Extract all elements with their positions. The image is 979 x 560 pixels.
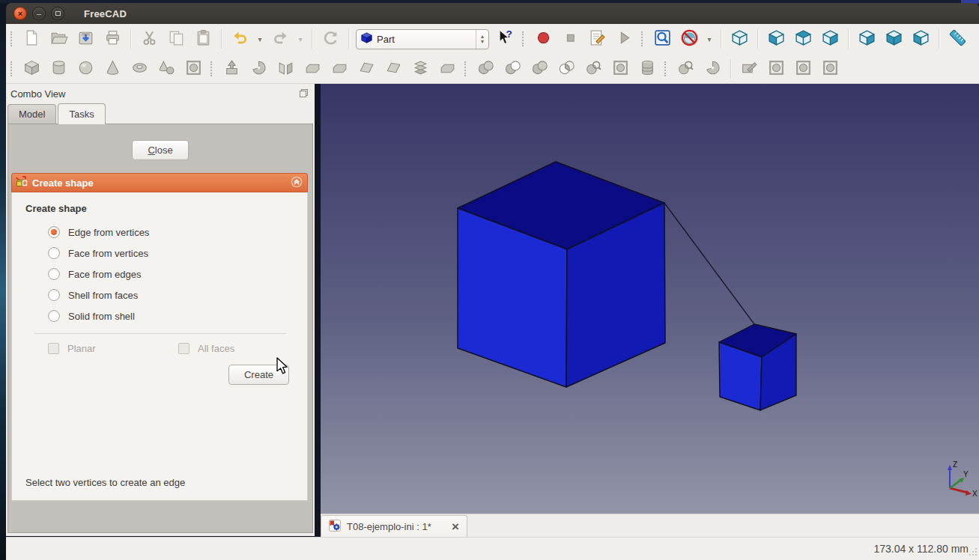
toolbar-separator bbox=[312, 29, 312, 49]
new-document-button[interactable] bbox=[20, 28, 43, 50]
part-extrude-icon bbox=[222, 58, 241, 79]
part-make-face-icon bbox=[357, 58, 376, 79]
option-solid-from-shell[interactable]: Solid from shell bbox=[25, 305, 294, 326]
toolbar-separator bbox=[130, 29, 131, 49]
view-top-button[interactable] bbox=[792, 28, 814, 50]
part-torus-icon bbox=[130, 58, 149, 79]
window-maximize-button[interactable] bbox=[51, 7, 64, 20]
view-top-icon bbox=[794, 28, 813, 49]
undo-button[interactable] bbox=[228, 28, 251, 50]
save-document-button[interactable] bbox=[74, 28, 97, 50]
view-front-icon bbox=[767, 28, 786, 49]
whats-this-icon: ? bbox=[496, 28, 515, 49]
toolbar-drag-handle[interactable] bbox=[210, 61, 214, 76]
measure-distance-button[interactable] bbox=[946, 28, 969, 50]
view-isometric-button[interactable] bbox=[728, 28, 751, 50]
tab-close-icon[interactable]: × bbox=[452, 520, 459, 533]
check-geometry-icon bbox=[676, 58, 695, 79]
tab-model[interactable]: Model bbox=[7, 104, 56, 124]
option-face-from-vertices[interactable]: Face from vertices bbox=[25, 243, 294, 264]
part-sphere-icon bbox=[76, 58, 95, 79]
workbench-spinner[interactable]: ▴▾ bbox=[476, 30, 488, 49]
resize-grip[interactable] bbox=[969, 547, 978, 559]
float-panel-icon[interactable] bbox=[299, 88, 309, 100]
part-compound-icon bbox=[638, 58, 657, 79]
tab-tasks[interactable]: Tasks bbox=[58, 103, 105, 124]
part-cut-button bbox=[501, 58, 524, 80]
radio[interactable] bbox=[48, 268, 60, 280]
toolbar-drag-handle[interactable] bbox=[464, 61, 468, 76]
draw-style-button[interactable] bbox=[678, 28, 700, 50]
toolbar-drag-handle[interactable] bbox=[10, 31, 14, 46]
macro-record-button[interactable] bbox=[532, 28, 554, 50]
small-cube[interactable] bbox=[719, 324, 796, 410]
cut-icon bbox=[140, 28, 159, 49]
document-tab[interactable]: T08-ejemplo-ini : 1* × bbox=[321, 515, 467, 538]
view-front-button[interactable] bbox=[765, 28, 787, 50]
window-close-button[interactable]: × bbox=[13, 7, 27, 20]
option-face-from-edges[interactable]: Face from edges bbox=[25, 264, 294, 284]
part-torus-button bbox=[128, 58, 151, 80]
part-intersection-icon bbox=[557, 58, 576, 79]
macro-play-button bbox=[613, 28, 635, 50]
macro-edit-icon bbox=[588, 28, 607, 49]
dropdown-arrow-icon[interactable]: ▾ bbox=[255, 35, 264, 43]
macro-stop-icon bbox=[561, 28, 580, 49]
part-boolean-button bbox=[474, 58, 497, 80]
paste-icon bbox=[194, 28, 213, 49]
fit-all-button[interactable] bbox=[651, 28, 673, 50]
view-right-button[interactable] bbox=[819, 28, 841, 50]
toolbar-separator bbox=[939, 29, 939, 49]
radio[interactable] bbox=[48, 247, 60, 259]
part-section-icon bbox=[584, 58, 603, 79]
desktop-background-strip bbox=[0, 0, 6, 560]
viewport-3d[interactable]: Z Y X bbox=[321, 84, 979, 514]
part-sweep-icon bbox=[438, 58, 457, 79]
radio-selected[interactable] bbox=[48, 226, 60, 238]
macro-edit-button[interactable] bbox=[586, 28, 608, 50]
dropdown-arrow-icon[interactable]: ▾ bbox=[705, 35, 714, 43]
part-intersection-button bbox=[555, 58, 578, 80]
workbench-value: Part bbox=[377, 34, 472, 45]
cut-button bbox=[138, 28, 160, 50]
view-left-button[interactable] bbox=[909, 28, 932, 50]
combo-view-tabs: Model Tasks bbox=[6, 104, 315, 124]
toolbar-drag-handle[interactable] bbox=[641, 31, 645, 46]
part-fillet-button bbox=[301, 58, 324, 80]
combo-view-header: Combo View bbox=[6, 84, 315, 104]
planar-checkbox[interactable] bbox=[48, 343, 59, 354]
toolbar-drag-handle[interactable] bbox=[664, 61, 668, 76]
view-bottom-button[interactable] bbox=[882, 28, 905, 50]
toolbar-separator bbox=[730, 59, 731, 79]
planar-checkbox-group: Planar bbox=[48, 343, 178, 354]
part-chamfer-icon bbox=[330, 58, 349, 79]
option-edge-from-vertices[interactable]: Edge from vertices bbox=[25, 222, 294, 243]
collapse-section-icon[interactable] bbox=[291, 176, 303, 190]
part-shape-builder-button bbox=[182, 58, 204, 80]
radio[interactable] bbox=[48, 310, 60, 322]
part-fillet-icon bbox=[303, 58, 322, 79]
macro-play-icon bbox=[615, 28, 634, 49]
window-minimize-button[interactable]: – bbox=[32, 7, 46, 20]
toolbar-separator bbox=[721, 29, 721, 49]
large-cube[interactable] bbox=[458, 162, 665, 387]
mouse-cursor bbox=[274, 357, 288, 377]
toolbar-drag-handle[interactable] bbox=[522, 31, 526, 46]
view-rear-button[interactable] bbox=[855, 28, 878, 50]
create-shape-section-header[interactable]: Create shape bbox=[11, 173, 308, 192]
part-chamfer-button bbox=[328, 58, 351, 80]
workbench-selector[interactable]: Part▴▾ bbox=[356, 29, 489, 49]
open-document-button[interactable] bbox=[47, 28, 70, 50]
radio[interactable] bbox=[48, 289, 60, 301]
toolbar-drag-handle[interactable] bbox=[10, 61, 14, 76]
option-shell-from-faces[interactable]: Shell from faces bbox=[25, 284, 294, 305]
all-faces-checkbox[interactable] bbox=[178, 343, 190, 354]
shape-builder-icon bbox=[15, 175, 28, 190]
view-isometric-icon bbox=[730, 28, 749, 49]
close-task-button[interactable]: Close bbox=[132, 140, 188, 160]
whats-this-button[interactable]: ? bbox=[494, 28, 516, 50]
statusbar: 173.04 x 112.80 mm bbox=[6, 537, 979, 560]
part-union-button bbox=[528, 58, 551, 80]
part-primitives-button bbox=[155, 58, 178, 80]
undo-icon bbox=[231, 28, 249, 49]
